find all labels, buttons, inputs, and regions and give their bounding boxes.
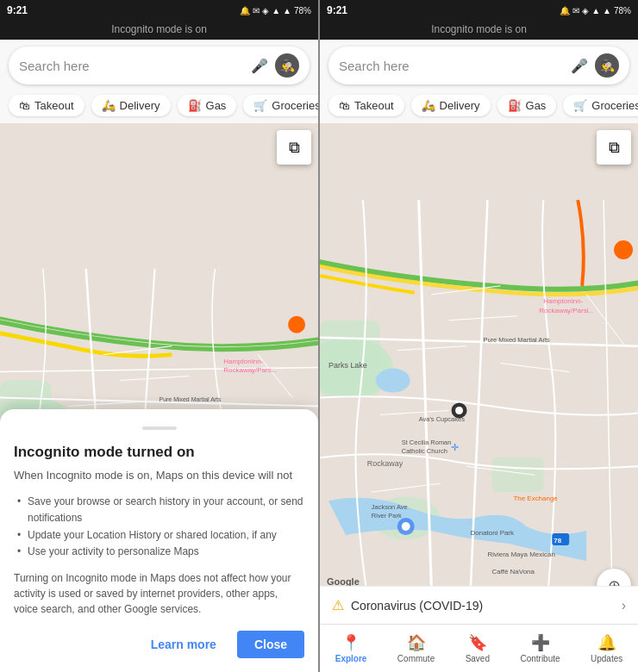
commute-icon: 🏠	[407, 633, 426, 652]
left-incognito-icon[interactable]: 🕵	[275, 53, 299, 78]
commute-label: Commute	[397, 654, 435, 663]
right-groceries-icon: 🛒	[573, 99, 587, 112]
updates-icon: 🔔	[597, 633, 616, 652]
right-pill-takeout-label: Takeout	[354, 99, 394, 112]
svg-text:Pure Mixed Martial Arts: Pure Mixed Martial Arts	[159, 396, 222, 402]
corona-banner-left: ⚠ Coronavirus (COVID-19)	[332, 597, 483, 613]
coronavirus-banner[interactable]: ⚠ Coronavirus (COVID-19) ›	[320, 586, 638, 624]
bottom-nav: 📍 Explore 🏠 Commute 🔖 Saved ➕ Contribute…	[320, 624, 638, 672]
right-category-pills: 🛍 Takeout 🛵 Delivery ⛽ Gas 🛒 Groceries	[320, 91, 638, 123]
left-status-bar: 9:21 🔔 ✉ ◈ ▲ ▲ 78%	[0, 0, 318, 21]
svg-text:78: 78	[554, 537, 561, 544]
right-layer-button[interactable]: ⧉	[597, 130, 631, 165]
right-signal-icon: ▲	[591, 6, 600, 16]
svg-text:HamptonInn-: HamptonInn-	[543, 297, 583, 305]
right-pill-gas-label: Gas	[526, 99, 547, 112]
email-icon: ✉	[253, 6, 260, 16]
updates-label: Updates	[591, 654, 622, 663]
right-pill-groceries[interactable]: 🛒 Groceries	[563, 95, 638, 116]
sheet-title: Incognito mode turned on	[14, 444, 304, 461]
right-mic-icon[interactable]: 🎤	[571, 58, 588, 74]
left-time: 9:21	[7, 4, 28, 16]
right-search-bar[interactable]: Search here 🎤 🕵	[328, 47, 629, 84]
svg-text:✛: ✛	[451, 442, 459, 452]
right-incognito-icon[interactable]: 🕵	[595, 53, 619, 78]
svg-text:Rockaway: Rockaway	[367, 459, 403, 468]
left-incognito-header: Incognito mode is on	[0, 21, 318, 40]
bullet-1: Save your browse or search history in yo…	[17, 494, 304, 526]
right-email-icon: ✉	[572, 6, 579, 16]
saved-label: Saved	[466, 654, 490, 663]
right-incognito-header: Incognito mode is on	[320, 21, 638, 40]
left-pill-takeout[interactable]: 🛍 Takeout	[9, 95, 84, 116]
sheet-subtitle: When Incognito mode is on, Maps on this …	[14, 468, 304, 483]
svg-text:Rockaway/Parsi...: Rockaway/Parsi...	[539, 307, 594, 314]
left-pill-takeout-label: Takeout	[34, 99, 74, 112]
bullet-3: Use your activity to personalize Maps	[17, 544, 304, 560]
right-delivery-icon: 🛵	[422, 99, 435, 112]
svg-text:Caffé NaVona: Caffé NaVona	[491, 568, 535, 576]
svg-point-7	[288, 316, 305, 333]
right-layers-icon: ⧉	[609, 139, 620, 157]
delivery-icon: 🛵	[102, 99, 116, 112]
left-search-bar[interactable]: Search here 🎤 🕵	[9, 47, 310, 84]
svg-text:Jackson Ave: Jackson Ave	[372, 503, 408, 511]
right-notification-icon: 🔔	[560, 6, 570, 16]
svg-text:Donatoni Park: Donatoni Park	[471, 529, 515, 537]
wifi-icon: ▲	[283, 6, 291, 16]
right-pill-takeout[interactable]: 🛍 Takeout	[328, 95, 404, 116]
svg-rect-20	[491, 457, 543, 492]
notification-icon: 🔔	[240, 6, 250, 16]
svg-point-22	[376, 369, 410, 393]
svg-point-27	[614, 240, 633, 259]
left-mic-icon[interactable]: 🎤	[251, 58, 268, 74]
sheet-handle	[142, 426, 177, 430]
left-pill-groceries[interactable]: 🛒 Groceries	[243, 95, 318, 116]
bullet-2: Update your Location History or shared l…	[17, 527, 304, 544]
left-pill-delivery[interactable]: 🛵 Delivery	[91, 95, 171, 116]
sheet-body-text: Turning on Incognito mode in Maps does n…	[14, 570, 304, 617]
svg-rect-19	[320, 320, 380, 398]
left-pill-groceries-label: Groceries	[272, 99, 318, 112]
corona-chevron-icon: ›	[622, 598, 626, 613]
layers-icon: ⧉	[289, 139, 300, 157]
svg-point-26	[402, 522, 410, 531]
right-time: 9:21	[327, 4, 347, 16]
close-button[interactable]: Close	[237, 631, 304, 658]
signal-icon: ▲	[272, 6, 280, 16]
nav-explore[interactable]: 📍 Explore	[328, 630, 374, 667]
right-pill-groceries-label: Groceries	[591, 99, 638, 112]
left-panel: 9:21 🔔 ✉ ◈ ▲ ▲ 78% Incognito mode is on …	[0, 0, 318, 672]
right-wifi-icon: ▲	[603, 6, 611, 16]
learn-more-button[interactable]: Learn more	[141, 631, 227, 658]
saved-icon: 🔖	[468, 633, 487, 652]
nav-updates[interactable]: 🔔 Updates	[584, 630, 629, 667]
left-search-container: Search here 🎤 🕵	[0, 40, 318, 91]
left-pill-gas[interactable]: ⛽ Gas	[178, 95, 237, 116]
nav-contribute[interactable]: ➕ Contribute	[513, 630, 566, 667]
svg-text:River Park: River Park	[372, 512, 402, 520]
takeout-icon: 🛍	[19, 99, 30, 112]
svg-text:Rockaway/Pars...: Rockaway/Pars...	[223, 366, 277, 374]
svg-text:St Cecilia Roman: St Cecilia Roman	[402, 439, 452, 446]
contribute-icon: ➕	[531, 633, 550, 652]
right-search-container: Search here 🎤 🕵	[320, 40, 638, 91]
svg-text:Ava's Cupcakes: Ava's Cupcakes	[419, 415, 465, 423]
location-icon-status: ◈	[262, 6, 269, 16]
right-battery: 78%	[614, 6, 631, 16]
right-status-bar: 9:21 🔔 ✉ ◈ ▲ ▲ 78%	[320, 0, 638, 21]
right-status-icons: 🔔 ✉ ◈ ▲ ▲ 78%	[560, 6, 631, 16]
groceries-icon: 🛒	[253, 99, 267, 112]
left-pill-delivery-label: Delivery	[120, 99, 160, 112]
right-pill-gas[interactable]: ⛽ Gas	[497, 95, 557, 116]
nav-saved[interactable]: 🔖 Saved	[459, 630, 497, 667]
svg-text:Pure Mixed Martial Arts: Pure Mixed Martial Arts	[483, 336, 549, 344]
left-layer-button[interactable]: ⧉	[277, 130, 311, 165]
svg-text:The Exchange: The Exchange	[513, 495, 558, 502]
nav-commute[interactable]: 🏠 Commute	[391, 630, 441, 667]
left-category-pills: 🛍 Takeout 🛵 Delivery ⛽ Gas 🛒 Groceries	[0, 91, 318, 123]
right-takeout-icon: 🛍	[339, 99, 350, 112]
gas-icon: ⛽	[188, 99, 202, 112]
right-pill-delivery[interactable]: 🛵 Delivery	[411, 95, 491, 116]
left-status-icons: 🔔 ✉ ◈ ▲ ▲ 78%	[240, 6, 311, 16]
